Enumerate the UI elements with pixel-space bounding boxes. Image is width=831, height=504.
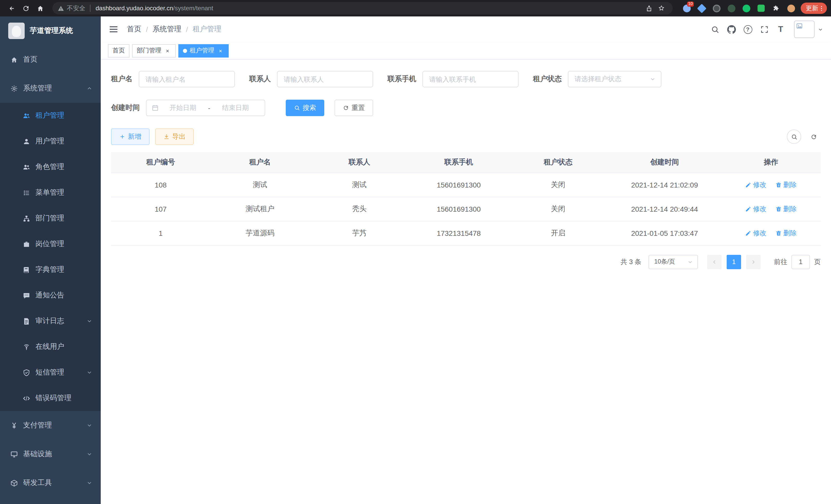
reset-button[interactable]: 重置 [335, 100, 373, 116]
sidebar-item-label: 通知公告 [35, 291, 64, 300]
prev-page-button[interactable] [707, 255, 721, 269]
next-page-button[interactable] [746, 255, 761, 269]
cell-contact: 秃头 [310, 197, 409, 221]
sidebar-item-audit-log[interactable]: 审计日志 [0, 308, 101, 334]
sidebar-item-sms[interactable]: 短信管理 [0, 360, 101, 385]
breadcrumb-item[interactable]: 首页 [127, 25, 141, 34]
cell-status: 关闭 [509, 173, 608, 197]
cell-tenant-id: 108 [111, 173, 210, 197]
search-button[interactable]: 搜索 [286, 100, 324, 116]
screen: 不安全 dashboard.yudao.iocoder.cn/system/te… [0, 0, 831, 504]
sidebar-item-label: 在线用户 [35, 342, 64, 351]
edit-button[interactable]: 修改 [745, 180, 767, 189]
breadcrumb-separator: / [146, 25, 148, 33]
refresh-icon [810, 133, 817, 140]
sidebar-item-notice[interactable]: 通知公告 [0, 283, 101, 308]
users-icon [23, 163, 30, 171]
sidebar-item-role[interactable]: 角色管理 [0, 154, 101, 180]
avatar[interactable] [794, 21, 814, 38]
home-icon [36, 4, 44, 12]
tree-icon [23, 214, 30, 222]
tag-tenant[interactable]: 租户管理 × [178, 44, 229, 57]
chrome-update-button[interactable]: 更新 [801, 3, 827, 14]
help-button[interactable]: ? [740, 21, 756, 37]
share-button[interactable] [643, 2, 655, 14]
sidebar-item-error-code[interactable]: 错误码管理 [0, 385, 101, 411]
edit-button[interactable]: 修改 [745, 204, 767, 213]
tag-home[interactable]: 首页 [108, 44, 130, 57]
font-size-button[interactable]: T [772, 21, 789, 37]
plus-icon [119, 134, 125, 140]
page-number-button[interactable]: 1 [727, 255, 741, 269]
close-icon[interactable]: × [164, 47, 171, 54]
sidebar-item-post[interactable]: 岗位管理 [0, 231, 101, 257]
extension-icon[interactable] [756, 4, 766, 13]
sidebar-item-system[interactable]: 系统管理 [0, 74, 101, 103]
tenant-name-input[interactable] [139, 71, 235, 87]
header-search-button[interactable] [707, 21, 723, 37]
extension-icon[interactable] [727, 4, 736, 13]
edit-button[interactable]: 修改 [745, 228, 767, 238]
cell-tenant-name: 测试 [210, 173, 310, 197]
chevron-right-icon [750, 259, 756, 265]
tenant-status-select[interactable]: 请选择租户状态 [568, 71, 661, 87]
sidebar-item-dev-tools[interactable]: 研发工具 [0, 469, 101, 497]
goto-page-input[interactable] [792, 255, 810, 269]
sidebar-collapse-button[interactable] [109, 24, 119, 34]
add-button[interactable]: 新增 [111, 128, 149, 145]
page-size-select[interactable]: 10条/页 [649, 255, 698, 269]
puzzle-icon [772, 4, 780, 12]
sidebar-item-home[interactable]: 首页 [0, 45, 101, 74]
close-icon[interactable]: × [217, 47, 224, 54]
sidebar-item-dict[interactable]: 字典管理 [0, 257, 101, 283]
github-button[interactable] [723, 21, 740, 37]
table-row: 107 测试租户 秃头 15601691300 关闭 2021-12-14 20… [111, 197, 821, 221]
reload-icon [22, 4, 30, 12]
sidebar-item-dept[interactable]: 部门管理 [0, 206, 101, 231]
phone-input[interactable] [423, 71, 519, 87]
delete-button[interactable]: 删除 [775, 204, 797, 213]
chevron-down-icon[interactable] [818, 26, 823, 32]
address-bar[interactable]: 不安全 dashboard.yudao.iocoder.cn/system/te… [52, 2, 673, 14]
extension-icon[interactable] [712, 4, 721, 13]
sidebar-item-payment[interactable]: 支付管理 [0, 411, 101, 440]
extension-icon[interactable] [697, 4, 706, 13]
extension-icon[interactable] [742, 4, 751, 13]
sidebar-item-online-users[interactable]: 在线用户 [0, 334, 101, 360]
bookmark-button[interactable] [655, 2, 667, 14]
cell-contact: 测试 [310, 173, 409, 197]
cell-status: 开启 [509, 221, 608, 245]
toggle-search-button[interactable] [787, 129, 801, 144]
sidebar-item-label: 短信管理 [35, 368, 64, 377]
github-icon [727, 25, 736, 34]
sidebar-item-label: 菜单管理 [35, 188, 64, 197]
chevron-down-icon [86, 480, 92, 486]
delete-button[interactable]: 删除 [775, 180, 797, 189]
browser-chrome: 不安全 dashboard.yudao.iocoder.cn/system/te… [0, 0, 831, 17]
browser-back-button[interactable] [4, 1, 19, 16]
filter-create-time: 创建时间 开始日期 - 结束日期 [111, 100, 265, 116]
export-button[interactable]: 导出 [155, 128, 194, 145]
chrome-profile-avatar[interactable] [786, 4, 796, 13]
contact-input[interactable] [277, 71, 373, 87]
extension-icon[interactable]: 10 [682, 4, 691, 13]
sidebar-item-tenant[interactable]: 租户管理 [0, 103, 101, 128]
browser-home-button[interactable] [33, 1, 47, 16]
breadcrumb-item[interactable]: 系统管理 [153, 25, 181, 34]
arrow-left-icon [7, 4, 15, 12]
sidebar-item-menu[interactable]: 菜单管理 [0, 180, 101, 206]
tag-dept[interactable]: 部门管理 × [132, 44, 176, 57]
sidebar-item-infra[interactable]: 基础设施 [0, 440, 101, 469]
refresh-table-button[interactable] [806, 129, 821, 144]
delete-button[interactable]: 删除 [775, 228, 797, 238]
extensions-menu-icon[interactable] [771, 4, 781, 13]
create-time-range-picker[interactable]: 开始日期 - 结束日期 [146, 100, 265, 116]
fullscreen-button[interactable] [756, 21, 772, 37]
browser-reload-button[interactable] [19, 1, 33, 16]
logo[interactable]: 芋道管理系统 [0, 17, 101, 45]
sidebar-item-user[interactable]: 用户管理 [0, 128, 101, 154]
column-header: 租户状态 [509, 152, 608, 173]
tag-label: 首页 [113, 46, 125, 55]
filter-label: 联系手机 [388, 75, 423, 84]
search-icon [711, 25, 719, 34]
